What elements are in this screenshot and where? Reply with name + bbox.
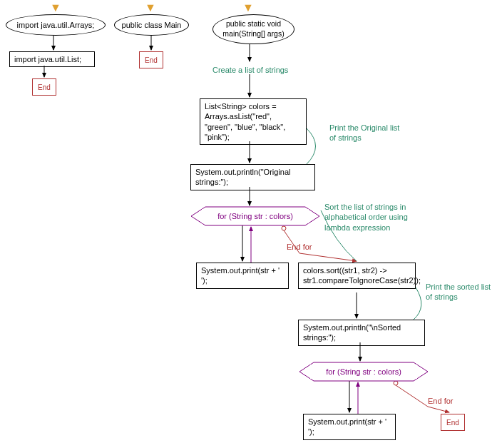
text: End bbox=[446, 419, 459, 427]
svg-point-16 bbox=[394, 381, 398, 385]
text: for (String str : colors) bbox=[217, 212, 293, 220]
label-end-for-1: End for bbox=[287, 243, 312, 251]
end-diamond: End bbox=[441, 414, 465, 431]
node-class-main: public class Main bbox=[114, 14, 189, 36]
comment-print-original: Print the Original list of strings bbox=[329, 123, 408, 143]
text: import java.util.Arrays; bbox=[17, 20, 95, 30]
entry-arrow-icon: ▼ bbox=[242, 1, 254, 14]
node-sort-call: colors.sort((str1, str2) -> str1.compare… bbox=[298, 263, 416, 289]
text: Sort the list of strings in alphabetical… bbox=[324, 203, 408, 232]
node-println-original: System.out.println("Original strings:"); bbox=[190, 164, 315, 190]
node-print-str-2: System.out.print(str + ' '); bbox=[303, 414, 396, 440]
text: System.out.println("Original strings:"); bbox=[195, 168, 291, 186]
text: End bbox=[145, 56, 158, 64]
text: End bbox=[38, 83, 51, 91]
text: Create a list of strings bbox=[212, 66, 288, 74]
text: List<String> colors = Arrays.asList("red… bbox=[205, 102, 285, 141]
node-print-str-1: System.out.print(str + ' '); bbox=[196, 263, 289, 289]
comment-sort: Sort the list of strings in alphabetical… bbox=[324, 202, 424, 233]
node-import-list: import java.util.List; bbox=[9, 51, 95, 67]
text: System.out.println("\nSorted strings:"); bbox=[303, 323, 401, 342]
end-diamond: End bbox=[32, 78, 56, 96]
end-diamond: End bbox=[139, 51, 163, 68]
text: for (String str : colors) bbox=[326, 367, 401, 376]
text: End for bbox=[287, 243, 312, 251]
comment-print-sorted: Print the sorted list of strings bbox=[426, 282, 493, 302]
label-end-for-2: End for bbox=[428, 397, 453, 405]
text: colors.sort((str1, str2) -> str1.compare… bbox=[303, 266, 421, 285]
node-import-arrays: import java.util.Arrays; bbox=[6, 14, 106, 36]
node-list-decl: List<String> colors = Arrays.asList("red… bbox=[200, 98, 307, 145]
text: Print the sorted list of strings bbox=[426, 282, 491, 301]
entry-arrow-icon: ▼ bbox=[145, 1, 156, 14]
node-for-loop-2: for (String str : colors) bbox=[310, 365, 417, 379]
text: System.out.print(str + ' '); bbox=[308, 417, 386, 436]
text: Print the Original list of strings bbox=[329, 123, 399, 142]
text: import java.util.List; bbox=[14, 55, 81, 63]
text: System.out.print(str + ' '); bbox=[201, 266, 280, 285]
text: public static void main(String[] args) bbox=[217, 19, 290, 39]
text: public class Main bbox=[122, 20, 182, 30]
node-for-loop-1: for (String str : colors) bbox=[202, 209, 309, 223]
text: End for bbox=[428, 397, 453, 405]
entry-arrow-icon: ▼ bbox=[50, 1, 61, 14]
comment-create-list: Create a list of strings bbox=[212, 65, 288, 75]
svg-point-11 bbox=[282, 226, 286, 230]
node-println-sorted: System.out.println("\nSorted strings:"); bbox=[298, 320, 425, 346]
node-method-main: public static void main(String[] args) bbox=[212, 14, 294, 44]
